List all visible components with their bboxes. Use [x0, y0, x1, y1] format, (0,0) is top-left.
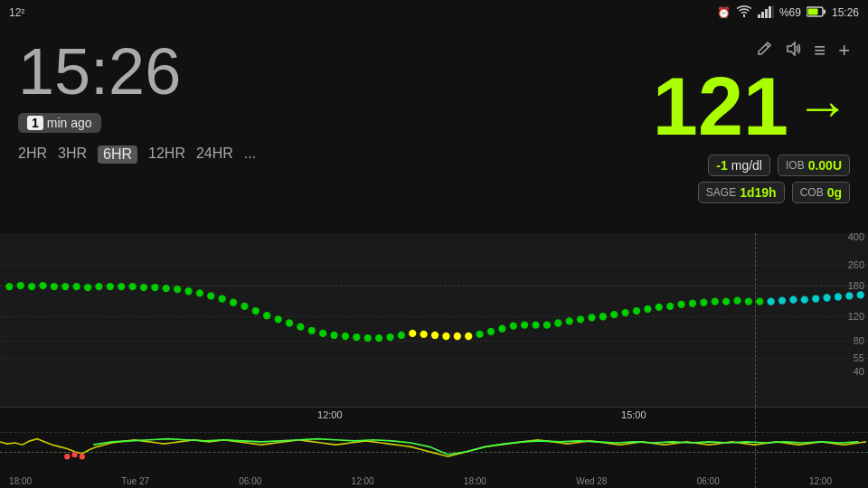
x-label-1200-1: 12:00	[352, 476, 374, 486]
svg-point-52	[487, 328, 495, 335]
svg-point-81	[812, 295, 819, 302]
svg-point-30	[241, 303, 248, 310]
svg-point-70	[689, 300, 696, 307]
meta-row2: SAGE 1d19h COB 0g	[698, 182, 850, 203]
range-3hr[interactable]: 3HR	[58, 145, 87, 164]
clock-display: 15:26	[18, 39, 181, 104]
range-2hr[interactable]: 2HR	[18, 145, 47, 164]
svg-point-21	[140, 284, 147, 291]
x-label-wed28: Wed 28	[576, 476, 607, 486]
glucose-section: ≡ + 121 → -1 mg/dl IOB 0.00U SAGE 1d	[256, 34, 850, 203]
svg-point-67	[656, 304, 663, 311]
svg-point-28	[219, 295, 226, 302]
delta-badge: -1 mg/dl	[708, 155, 770, 176]
svg-point-75	[745, 298, 752, 305]
pencil-icon[interactable]	[756, 41, 772, 61]
clock-section: 15:26 1 min ago 2HR 3HR 6HR 12HR 24HR ..…	[18, 34, 256, 164]
svg-point-27	[207, 292, 214, 299]
svg-point-63	[610, 311, 618, 318]
svg-point-86	[64, 454, 70, 460]
svg-point-47	[431, 332, 439, 339]
svg-point-37	[319, 330, 326, 337]
svg-point-56	[532, 321, 539, 328]
top-panel: 15:26 1 min ago 2HR 3HR 6HR 12HR 24HR ..…	[0, 25, 868, 233]
svg-point-49	[454, 333, 461, 340]
svg-point-19	[118, 283, 125, 290]
svg-point-40	[353, 333, 360, 341]
cob-badge: COB 0g	[792, 182, 850, 203]
sage-badge: SAGE 1d19h	[698, 182, 785, 203]
svg-point-39	[342, 333, 349, 340]
sage-value: 1d19h	[740, 185, 776, 200]
svg-point-79	[789, 296, 797, 303]
svg-point-23	[163, 285, 170, 292]
x-axis-labels: 18:00 Tue 27 06:00 12:00 18:00 Wed 28 06…	[0, 476, 841, 486]
svg-point-14	[61, 283, 69, 290]
range-24hr[interactable]: 24HR	[196, 145, 233, 164]
glucose-toolbar: ≡ +	[756, 39, 850, 62]
svg-rect-6	[823, 9, 826, 14]
plus-icon[interactable]: +	[838, 39, 850, 62]
green-dots-high	[5, 282, 405, 342]
svg-point-35	[297, 324, 304, 331]
svg-point-59	[566, 317, 573, 324]
svg-point-34	[286, 319, 293, 326]
alarm-icon: ⏰	[717, 6, 731, 19]
main-chart-svg	[0, 233, 868, 407]
svg-point-62	[599, 313, 607, 320]
svg-point-16	[84, 284, 91, 291]
svg-point-57	[543, 321, 551, 328]
time-ago-number: 1	[27, 116, 43, 130]
svg-point-88	[80, 454, 85, 460]
svg-point-22	[151, 284, 158, 291]
glucose-value: 121	[653, 66, 788, 147]
svg-point-48	[442, 333, 449, 340]
svg-point-76	[756, 298, 763, 305]
sound-icon[interactable]	[785, 41, 801, 61]
svg-point-44	[398, 332, 405, 339]
cob-value: 0g	[827, 185, 842, 200]
svg-point-80	[801, 296, 808, 303]
chart-area: 400 260 180 120 80 55 40	[0, 233, 868, 488]
main-chart: 400 260 180 120 80 55 40	[0, 233, 868, 407]
svg-point-66	[644, 305, 651, 313]
svg-rect-0	[758, 14, 760, 18]
menu-icon[interactable]: ≡	[814, 39, 826, 62]
svg-point-12	[39, 282, 46, 289]
svg-point-71	[700, 299, 707, 306]
delta-value: -1	[716, 158, 727, 173]
x-label-0600-1: 06:00	[239, 476, 261, 486]
svg-point-25	[184, 287, 192, 295]
svg-point-74	[733, 296, 741, 304]
svg-point-10	[17, 282, 24, 289]
svg-point-13	[51, 283, 58, 290]
svg-point-77	[768, 298, 775, 305]
svg-point-72	[712, 298, 719, 305]
svg-point-18	[107, 283, 114, 290]
svg-marker-8	[788, 42, 795, 55]
svg-point-45	[409, 330, 416, 337]
range-6hr[interactable]: 6HR	[98, 145, 137, 164]
cob-label: COB	[800, 186, 824, 199]
mini-chart: 12:00 15:00 18:00 Tue 27 06:00 12:00 18:…	[0, 407, 868, 488]
svg-rect-7	[807, 8, 817, 14]
svg-point-58	[554, 319, 561, 326]
svg-point-31	[252, 307, 259, 314]
svg-point-46	[420, 331, 428, 338]
range-more[interactable]: ...	[244, 145, 256, 164]
status-left-text: 12²	[9, 6, 24, 19]
svg-point-85	[857, 291, 864, 298]
range-12hr[interactable]: 12HR	[148, 145, 185, 164]
svg-point-20	[128, 283, 136, 290]
svg-point-61	[588, 314, 595, 321]
svg-point-29	[230, 299, 237, 306]
battery-icon	[807, 6, 826, 20]
iob-value: 0.00U	[808, 158, 842, 173]
svg-point-38	[330, 332, 337, 339]
status-right: ⏰ %69 15:26	[717, 5, 859, 21]
glucose-value-row: 121 →	[653, 66, 850, 147]
svg-point-73	[722, 298, 730, 305]
svg-point-43	[386, 333, 393, 341]
iob-label: IOB	[786, 159, 805, 172]
svg-point-32	[263, 312, 270, 319]
